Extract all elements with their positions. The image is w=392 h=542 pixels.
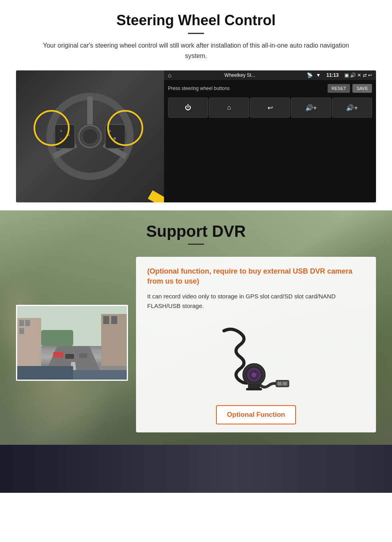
svg-rect-17: [25, 320, 30, 326]
svg-rect-38: [246, 388, 262, 390]
power-btn[interactable]: ⏻: [168, 98, 208, 118]
action-buttons-row: RESET SAVE: [328, 84, 372, 93]
button-highlight-left: [34, 110, 70, 146]
svg-rect-23: [79, 353, 87, 358]
app-title-text: Wheelkey St...: [176, 72, 304, 78]
svg-rect-21: [53, 352, 63, 358]
steering-section: Steering Wheel Control Your original car…: [0, 0, 392, 210]
clock: 11:13: [326, 72, 339, 78]
dvr-title: Support DVR: [16, 222, 376, 240]
dvr-main-area: (Optional function, require to buy exter…: [16, 257, 376, 437]
dvr-content: Support DVR: [0, 210, 392, 449]
button-highlight-right: [107, 110, 143, 146]
vol-up-btn[interactable]: 🔊+: [291, 98, 331, 118]
swc-prompt: Press steering wheel buttons: [168, 86, 230, 91]
home-icon: ⌂: [168, 72, 171, 78]
svg-rect-18: [41, 330, 73, 346]
dvr-optional-text: (Optional function, require to buy exter…: [147, 266, 365, 286]
dvr-left-area: [16, 305, 128, 381]
wifi-icon: ▼: [316, 72, 321, 78]
steering-subtitle: Your original car's steering wheel contr…: [32, 40, 360, 61]
steering-composite-image: + − ↩ ⟳ ⊕ ⌂ Wheelkey St... 📡 ▼: [16, 70, 376, 202]
dvr-camera-image: [147, 319, 365, 399]
usb-icon: 📡: [307, 72, 313, 78]
svg-point-5: [83, 129, 97, 144]
svg-rect-31: [283, 382, 287, 385]
svg-rect-15: [19, 320, 24, 326]
svg-rect-25: [103, 316, 109, 324]
home-btn[interactable]: ⌂: [209, 98, 249, 118]
title-divider: [188, 33, 204, 34]
svg-rect-30: [278, 382, 282, 385]
dvr-footage-thumbnail: [16, 305, 128, 381]
dvr-info-card: (Optional function, require to buy exter…: [136, 257, 376, 432]
android-screen: ⌂ Wheelkey St... 📡 ▼ 11:13 ▣ 🔊 ✕ ⇄ ↩ Pre…: [164, 70, 376, 202]
function-buttons-row: ⏻ ⌂ ↩ 🔊+ 🔊+: [168, 98, 372, 118]
reset-button[interactable]: RESET: [328, 84, 350, 93]
car-dashboard-area: [0, 445, 392, 493]
steering-title: Steering Wheel Control: [16, 12, 376, 29]
dvr-section: Support DVR: [0, 210, 392, 493]
swc-header: Press steering wheel buttons RESET SAVE: [168, 84, 372, 93]
svg-rect-16: [19, 328, 24, 334]
back-btn[interactable]: ↩: [250, 98, 290, 118]
dvr-title-divider: [188, 244, 204, 245]
icons-area: ▣ 🔊 ✕ ⇄ ↩: [344, 72, 372, 78]
svg-rect-22: [65, 354, 74, 359]
vol-up-btn2[interactable]: 🔊+: [332, 98, 372, 118]
dvr-title-area: Support DVR: [16, 222, 376, 245]
svg-rect-28: [73, 370, 128, 381]
dvr-camera-svg: [216, 323, 296, 395]
svg-rect-27: [17, 366, 73, 381]
svg-point-36: [247, 368, 261, 382]
status-bar: ⌂ Wheelkey St... 📡 ▼ 11:13 ▣ 🔊 ✕ ⇄ ↩: [164, 70, 376, 80]
steering-photo: + − ↩ ⟳ ⊕: [16, 70, 164, 202]
svg-rect-26: [111, 316, 117, 324]
road-scene-svg: [17, 306, 128, 381]
swc-content-area: Press steering wheel buttons RESET SAVE …: [164, 80, 376, 202]
optional-function-button[interactable]: Optional Function: [216, 405, 296, 424]
save-button[interactable]: SAVE: [352, 84, 372, 93]
dvr-description: It can record video only to storage in G…: [147, 292, 365, 311]
